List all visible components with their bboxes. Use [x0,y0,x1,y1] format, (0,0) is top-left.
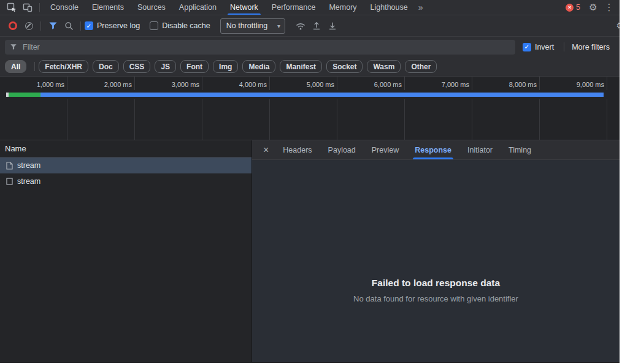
detail-tab-preview[interactable]: Preview [372,140,399,159]
tab-memory[interactable]: Memory [322,0,363,15]
chip-css[interactable]: CSS [123,60,151,73]
throttling-value: No throttling [226,21,267,30]
tab-console[interactable]: Console [44,0,85,15]
devtools-window: Console Elements Sources Application Net… [0,0,620,363]
close-icon[interactable]: × [252,145,275,155]
chip-doc[interactable]: Doc [93,60,119,73]
throttling-select[interactable]: No throttling ▾ [220,18,285,34]
filter-row: ✓ Invert More filters [0,37,620,57]
record-icon [9,21,17,30]
request-name: stream [17,161,40,170]
network-conditions-icon [295,21,306,31]
clear-button[interactable] [21,15,37,36]
more-tabs-icon[interactable]: » [415,0,427,15]
empty-state-subtitle: No data found for resource with given id… [252,294,620,303]
import-har-button[interactable] [309,15,324,36]
file-icon [6,178,13,185]
requests-panel: Name stream [0,140,252,362]
chip-all[interactable]: All [5,60,26,73]
tab-lighthouse[interactable]: Lighthouse [364,0,415,15]
checkbox-checked-icon: ✓ [523,43,531,51]
separator [39,3,40,12]
detail-tab-initiator[interactable]: Initiator [467,140,493,159]
search-button[interactable] [61,15,77,36]
chip-manifest[interactable]: Manifest [280,60,322,73]
filter-input[interactable] [21,42,510,52]
tab-application[interactable]: Application [172,0,223,15]
kebab-menu-icon[interactable]: ⋮ [601,0,617,15]
chip-media[interactable]: Media [242,60,275,73]
checkbox-unchecked-icon [150,21,158,30]
request-name: stream [17,177,40,186]
panel-tabs: Console Elements Sources Application Net… [44,0,415,15]
devtools-tabbar: Console Elements Sources Application Net… [0,0,620,15]
response-body: Failed to load response data No data fou… [252,160,620,362]
detail-tab-payload[interactable]: Payload [328,140,356,159]
chip-wasm[interactable]: Wasm [367,60,401,73]
invert-checkbox[interactable]: ✓ Invert [523,43,554,51]
request-type-chips: All Fetch/XHR Doc CSS JS Font Img Media … [0,57,620,77]
console-errors-badge[interactable]: × 5 [566,3,580,12]
error-count: 5 [576,3,580,12]
network-settings-icon-clipped[interactable]: ⚙ [616,20,620,31]
clear-icon [25,22,33,30]
tick-label: 1,000 ms [0,77,67,90]
separator [564,42,564,51]
waterfall-grid[interactable] [0,99,620,140]
detail-tab-response[interactable]: Response [415,140,451,159]
error-icon: × [566,4,574,12]
separator [40,21,41,31]
separator [80,21,81,31]
funnel-icon [48,21,58,30]
network-conditions-button[interactable] [293,15,309,36]
chip-fetch-xhr[interactable]: Fetch/XHR [39,60,88,73]
file-icon [6,162,13,170]
chip-js[interactable]: JS [155,60,176,73]
filter-input-wrap[interactable] [5,40,515,55]
tick-label: 7,000 ms [405,77,472,90]
network-toolbar: ✓ Preserve log Disable cache No throttli… [0,15,620,37]
preserve-log-label: Preserve log [97,21,140,30]
export-har-button[interactable] [324,15,340,36]
inspect-cursor-icon [7,2,17,12]
tabbar-left-icons [0,0,44,15]
inspect-element-button[interactable] [4,0,20,15]
chip-img[interactable]: Img [213,60,238,73]
tab-elements[interactable]: Elements [85,0,131,15]
more-filters-button[interactable]: More filters [572,43,610,51]
tab-sources[interactable]: Sources [131,0,172,15]
funnel-icon [10,44,17,50]
preserve-log-checkbox[interactable]: ✓ Preserve log [85,21,140,30]
disable-cache-checkbox[interactable]: Disable cache [150,21,210,30]
device-toolbar-button[interactable] [20,0,36,15]
empty-state: Failed to load response data No data fou… [252,278,620,303]
chip-other[interactable]: Other [405,60,437,73]
timeline-overview[interactable]: 1,000 ms 2,000 ms 3,000 ms 4,000 ms 5,00… [0,77,620,140]
network-split-view: Name stream [0,140,620,362]
chevron-down-icon: ▾ [277,23,280,29]
tab-network[interactable]: Network [223,0,265,15]
browser-page: Console Elements Sources Application Net… [0,0,622,364]
chip-font[interactable]: Font [180,60,209,73]
upload-icon [312,21,321,31]
detail-tab-timing[interactable]: Timing [509,140,531,159]
detail-tab-headers[interactable]: Headers [283,140,312,159]
overview-strip[interactable] [0,90,620,99]
request-row[interactable]: stream [0,173,251,189]
separator [34,62,35,71]
detail-tabbar: × Headers Payload Preview Response Initi… [252,140,620,160]
invert-label: Invert [535,43,554,51]
tick-label: 3,000 ms [135,77,202,90]
settings-gear-icon[interactable]: ⚙ [585,0,601,15]
record-button[interactable] [5,15,21,36]
tick-label: 2,000 ms [67,77,135,90]
empty-state-title: Failed to load response data [252,278,620,289]
tab-performance[interactable]: Performance [265,0,323,15]
request-detail-panel: × Headers Payload Preview Response Initi… [252,140,620,362]
request-row[interactable]: stream [0,157,251,173]
filter-toggle-button[interactable] [45,15,61,36]
disable-cache-label: Disable cache [162,21,210,30]
chip-socket[interactable]: Socket [326,60,363,73]
tick-label: 8,000 ms [472,77,540,90]
name-column-header[interactable]: Name [0,140,251,157]
